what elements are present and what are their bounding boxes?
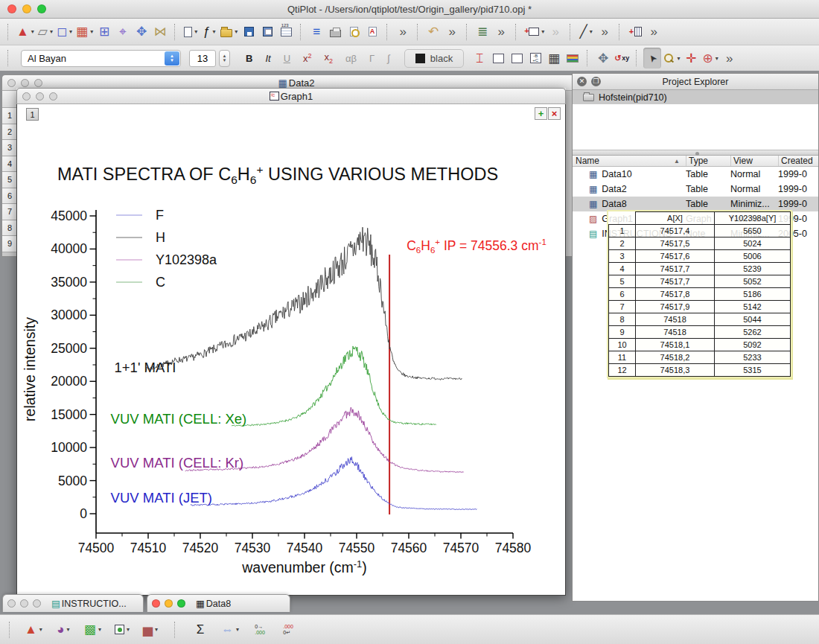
minimized-window-instructio[interactable]: ▤INSTRUCTIO... bbox=[2, 594, 144, 612]
maximize-icon[interactable] bbox=[33, 599, 41, 608]
plot3d-cube-button[interactable]: ◻▾ bbox=[55, 22, 74, 42]
row-type: Table bbox=[686, 199, 730, 209]
subscript-button[interactable]: x2 bbox=[319, 48, 340, 68]
set-precision-button[interactable] bbox=[251, 619, 269, 640]
plot3d-box-button[interactable]: ⊞ bbox=[95, 22, 113, 42]
print-preview-button[interactable] bbox=[345, 22, 363, 42]
more-edit-button[interactable]: » bbox=[443, 22, 461, 42]
pointer-tool-button[interactable] bbox=[643, 48, 661, 68]
greek-letters-button[interactable]: αβ bbox=[340, 48, 363, 68]
plot3d-bars-button[interactable]: ▲▾ bbox=[15, 22, 36, 42]
plot-pattern-button[interactable]: ▩▾ bbox=[83, 619, 103, 640]
surface-3d-button[interactable]: ⋈ bbox=[151, 22, 169, 42]
plot-3d-pyramid-button[interactable]: ▲▾ bbox=[23, 619, 44, 640]
row-header-5[interactable]: 5 bbox=[2, 172, 18, 188]
import-ascii-button[interactable] bbox=[277, 22, 295, 42]
open-project-button[interactable]: ▾ bbox=[219, 22, 239, 42]
row-header-4[interactable]: 4 bbox=[2, 156, 18, 173]
remove-layer-button[interactable]: × bbox=[548, 107, 561, 120]
plot-histogram-button[interactable]: ▅▾ bbox=[141, 619, 159, 640]
layer-1-button[interactable]: 1 bbox=[26, 108, 39, 121]
row-header-2[interactable]: 2 bbox=[2, 124, 18, 141]
row-header-8[interactable]: 8 bbox=[2, 220, 18, 237]
print-button[interactable] bbox=[326, 22, 344, 42]
undo-button[interactable]: ↶ bbox=[424, 22, 442, 42]
new-project-button[interactable]: ▾ bbox=[182, 22, 200, 42]
maximize-icon[interactable] bbox=[177, 599, 185, 608]
set-format-button[interactable] bbox=[279, 619, 297, 640]
add-function-curve-button[interactable] bbox=[489, 48, 507, 68]
row-list-button[interactable]: ≣ bbox=[474, 22, 491, 42]
add-layer-button[interactable]: ▾ bbox=[523, 22, 546, 42]
subtract-baseline-button[interactable] bbox=[526, 48, 544, 68]
plot3d-rotate-button[interactable]: ⌖ bbox=[114, 22, 132, 42]
superscript-button[interactable]: x2 bbox=[297, 48, 318, 68]
project-root-item[interactable]: Hofstein(pid710) bbox=[573, 90, 818, 104]
plot-image-button[interactable]: ▾ bbox=[113, 619, 131, 640]
minimize-icon[interactable] bbox=[20, 599, 28, 608]
zoom-tool-button[interactable]: ▾ bbox=[662, 48, 681, 68]
panel-splitter[interactable] bbox=[573, 150, 818, 156]
explorer-list-header[interactable]: Name▲ Type View Created bbox=[573, 156, 818, 167]
row-header-7[interactable]: 7 bbox=[2, 204, 18, 220]
text-color-button[interactable]: black bbox=[404, 49, 464, 68]
data-reader-button[interactable]: ✛ bbox=[682, 48, 700, 68]
column-header-name[interactable]: Name▲ bbox=[573, 156, 686, 166]
toolbar-separator bbox=[386, 24, 389, 40]
column-header-created[interactable]: Created bbox=[778, 156, 818, 166]
close-icon[interactable] bbox=[152, 599, 160, 608]
graph-plot-canvas[interactable]: 0500010000150002000025000300003500040000… bbox=[19, 124, 565, 610]
column-header-view[interactable]: View bbox=[730, 156, 778, 166]
minimized-window-data8[interactable]: ▦Data8 bbox=[147, 594, 290, 612]
data2-corner-cell[interactable] bbox=[2, 91, 18, 108]
add-layer-button[interactable]: + bbox=[535, 107, 547, 120]
font-size-input[interactable]: 13 bbox=[189, 50, 216, 67]
color-map-button[interactable] bbox=[564, 48, 581, 68]
save-project-button[interactable] bbox=[240, 22, 258, 42]
new-function-plot-button[interactable]: ƒ▾ bbox=[200, 22, 218, 42]
error-bars-button[interactable]: ⌶ bbox=[471, 48, 488, 68]
plot3d-grid-button[interactable]: ▦▾ bbox=[74, 22, 95, 42]
more-plot-options-button[interactable]: » bbox=[394, 22, 412, 42]
integral-button[interactable]: ∫ bbox=[381, 48, 396, 68]
new-table-button[interactable]: ▦ bbox=[545, 48, 563, 68]
plot-pie-button[interactable]: ◕▾ bbox=[54, 619, 72, 640]
plot3d-plane-button[interactable]: ▱▾ bbox=[36, 22, 54, 42]
insert-function-button[interactable] bbox=[508, 48, 526, 68]
explorer-row-data10[interactable]: ▦Data10TableNormal1999-0 bbox=[573, 167, 818, 182]
font-select[interactable]: Al Bayan bbox=[21, 50, 181, 67]
more-tools-button[interactable]: » bbox=[721, 48, 739, 68]
duplicate-window-button[interactable]: ≡ bbox=[307, 22, 325, 42]
column-header-type[interactable]: Type bbox=[686, 156, 730, 166]
row-header-3[interactable]: 3 bbox=[2, 140, 18, 156]
italic-button[interactable]: It bbox=[259, 48, 276, 68]
explorer-row-data2[interactable]: ▦Data2TableNormal1999-0 bbox=[573, 182, 818, 197]
row-header-9[interactable]: 9 bbox=[2, 236, 18, 252]
more-layer-button[interactable]: » bbox=[546, 22, 564, 42]
minimize-icon[interactable] bbox=[165, 599, 173, 608]
row-header-6[interactable]: 6 bbox=[2, 188, 18, 205]
close-icon[interactable] bbox=[7, 599, 16, 608]
chevron-up-down-icon[interactable] bbox=[165, 51, 179, 66]
gamma-button[interactable]: Γ bbox=[363, 48, 380, 68]
y-tick-label: 15000 bbox=[51, 407, 87, 422]
sum-column-button[interactable]: Σ bbox=[191, 619, 209, 640]
graph1-titlebar[interactable]: Graph1 bbox=[16, 88, 566, 104]
rescale-axes-button[interactable]: ✥ bbox=[594, 48, 612, 68]
more-annotation-button[interactable]: » bbox=[596, 22, 614, 42]
explorer-row-data8[interactable]: ▦Data8TableMinimiz...1999-0 bbox=[573, 197, 818, 211]
underline-button[interactable]: U bbox=[278, 48, 296, 68]
more-table-button[interactable]: » bbox=[492, 22, 510, 42]
swap-columns-button[interactable]: ⇔▾ bbox=[220, 619, 240, 640]
bold-button[interactable]: B bbox=[240, 48, 258, 68]
add-column-button[interactable] bbox=[626, 22, 644, 42]
draw-line-button[interactable]: ╱▾ bbox=[577, 22, 595, 42]
row-header-1[interactable]: 1 bbox=[2, 108, 18, 124]
select-range-button[interactable]: ⊕▾ bbox=[701, 48, 719, 68]
more-column-button[interactable]: » bbox=[645, 22, 663, 42]
save-template-button[interactable] bbox=[258, 22, 276, 42]
expand-graph-button[interactable]: ✥ bbox=[133, 22, 150, 42]
export-pdf-button[interactable] bbox=[363, 22, 381, 42]
swap-axes-button[interactable] bbox=[613, 48, 631, 68]
font-size-stepper[interactable] bbox=[219, 50, 230, 67]
